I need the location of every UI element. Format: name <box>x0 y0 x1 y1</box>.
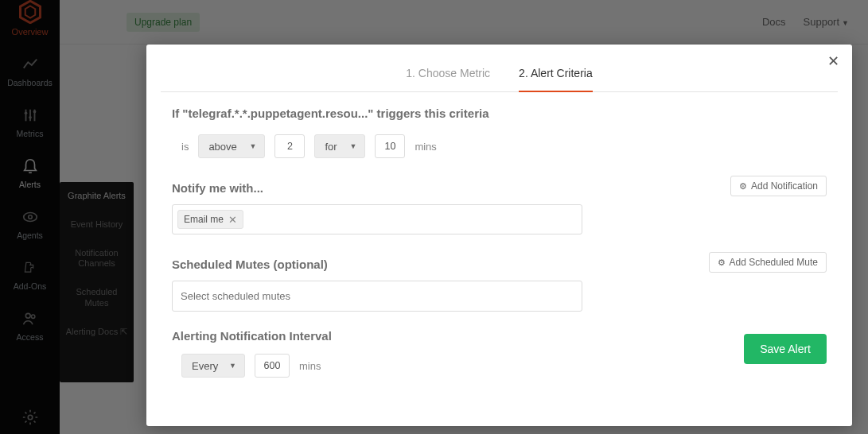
mutes-title: Scheduled Mutes (optional) <box>172 258 328 271</box>
criteria-sentence: If "telegraf.*.*.puppetagent.resou..." t… <box>172 107 827 120</box>
close-icon: ✕ <box>827 53 839 69</box>
interval-title: Alerting Notification Interval <box>172 329 827 343</box>
notify-field[interactable]: Email me ✕ <box>172 204 582 234</box>
threshold-input[interactable] <box>274 134 305 158</box>
add-notification-label: Add Notification <box>751 180 818 192</box>
chevron-down-icon: ▼ <box>349 142 356 150</box>
modal-tabs: 1. Choose Metric 2. Alert Criteria <box>161 45 838 92</box>
notify-chip-email: Email me ✕ <box>177 210 243 229</box>
gear-icon: ⚙ <box>739 181 747 192</box>
add-scheduled-mute-button[interactable]: ⚙ Add Scheduled Mute <box>709 252 827 273</box>
for-select[interactable]: for ▼ <box>314 134 365 158</box>
notify-title: Notify me with... <box>172 181 263 195</box>
chevron-down-icon: ▼ <box>229 362 236 370</box>
tab-choose-metric[interactable]: 1. Choose Metric <box>406 67 490 91</box>
mins-label: mins <box>415 141 436 153</box>
mutes-field[interactable] <box>172 281 582 312</box>
interval-mode-value: Every <box>192 360 218 372</box>
comparator-value: above <box>208 141 236 153</box>
add-mute-label: Add Scheduled Mute <box>730 257 818 268</box>
gear-icon: ⚙ <box>718 258 726 268</box>
chevron-down-icon: ▼ <box>249 142 256 150</box>
duration-input[interactable] <box>375 134 405 158</box>
add-notification-button[interactable]: ⚙ Add Notification <box>730 176 827 196</box>
chip-remove-button[interactable]: ✕ <box>228 215 237 225</box>
tab-alert-criteria[interactable]: 2. Alert Criteria <box>519 67 593 92</box>
comparator-select[interactable]: above ▼ <box>198 134 265 158</box>
save-alert-button[interactable]: Save Alert <box>744 334 827 364</box>
for-value: for <box>325 141 337 153</box>
alert-modal: ✕ 1. Choose Metric 2. Alert Criteria If … <box>146 45 852 426</box>
interval-mode-select[interactable]: Every ▼ <box>181 354 245 378</box>
is-label: is <box>181 141 189 153</box>
close-button[interactable]: ✕ <box>827 54 839 68</box>
interval-mins-label: mins <box>299 360 321 372</box>
criteria-row: is above ▼ for ▼ mins <box>172 134 827 158</box>
mutes-input[interactable] <box>177 285 577 307</box>
chip-label: Email me <box>184 214 224 225</box>
interval-value-input[interactable] <box>255 354 290 378</box>
interval-row: Every ▼ mins <box>172 354 827 378</box>
